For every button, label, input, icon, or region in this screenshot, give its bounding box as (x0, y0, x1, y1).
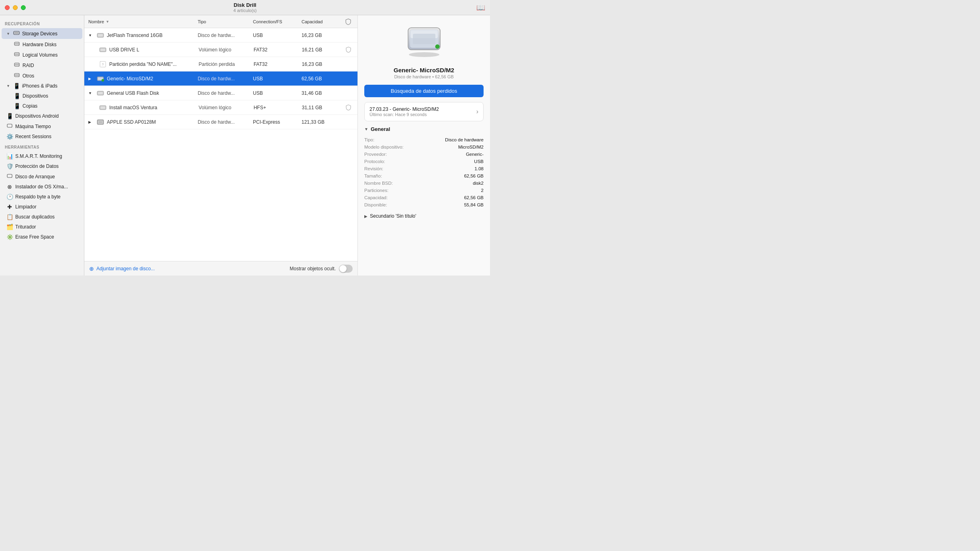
sidebar-item-logical-volumes[interactable]: Logical Volumes (2, 50, 82, 60)
sidebar-item-erase-free-space[interactable]: ✳️ Erase Free Space (2, 232, 82, 242)
row-conn-jetflash: USB (249, 33, 298, 38)
info-row-disponible: Disponible: 55,84 GB (364, 201, 484, 208)
table-row[interactable]: ▶ APPLE SSD AP0128M Disco de hardw... PC… (84, 115, 357, 129)
instalador-icon: ⊗ (6, 184, 13, 190)
duplicados-icon: 📋 (6, 214, 13, 220)
table-row[interactable]: ? Partición perdida "NO NAME"... Partici… (84, 57, 357, 71)
android-icon: 📱 (6, 113, 13, 119)
sidebar-item-maquina-tiempo[interactable]: Máquina Tiempo (2, 121, 82, 131)
raid-icon (14, 62, 20, 69)
col-nombre[interactable]: Nombre ▼ (84, 19, 194, 24)
col-tipo[interactable]: Tipo (194, 19, 249, 24)
sidebar-item-recent-sessions[interactable]: ⚙️ Recent Sessions (2, 132, 82, 141)
logical-volumes-icon (14, 51, 20, 58)
info-value: 2 (481, 188, 484, 193)
info-row-capacidad: Capacidad: 62,56 GB (364, 194, 484, 201)
sidebar-item-instalador-os[interactable]: ⊗ Instalador de OS X/ma... (2, 182, 82, 192)
row-name-install-macos: Install macOS Ventura (84, 104, 195, 112)
row-tipo-usb-drive-l: Volúmen lógico (195, 47, 250, 53)
session-time: Último scan: Hace 9 seconds (370, 112, 439, 117)
col-shield (339, 18, 357, 25)
expand-collapsed-icon[interactable]: ▶ (88, 120, 94, 124)
sidebar-item-copias[interactable]: 📱 Copias (2, 101, 82, 111)
info-value: Generic- (466, 152, 484, 157)
col-connection[interactable]: Connection/FS (249, 19, 298, 24)
svg-rect-10 (7, 124, 12, 127)
smart-icon: 📊 (6, 153, 13, 159)
add-image-button[interactable]: ⊕ Adjuntar imagen de disco... (89, 265, 155, 272)
sidebar: Recuperación ▼ Storage Devices Hardware … (0, 15, 84, 276)
usb-drive-icon (99, 46, 107, 54)
row-tipo-apple-ssd: Disco de hardw... (194, 119, 249, 125)
info-label: Protocolo: (364, 159, 385, 164)
table-row[interactable]: USB DRIVE L Volúmen lógico FAT32 16,21 G… (84, 43, 357, 57)
content-area: Nombre ▼ Tipo Connection/FS Capacidad ▼ (84, 15, 357, 276)
book-icon[interactable]: 📖 (476, 3, 485, 12)
sidebar-item-label: S.M.A.R.T. Monitoring (15, 153, 62, 159)
sidebar-item-otros[interactable]: Otros (2, 71, 82, 81)
col-capacidad[interactable]: Capacidad (298, 19, 339, 24)
erase-icon: ✳️ (6, 234, 13, 240)
sidebar-item-raid[interactable]: RAID (2, 60, 82, 70)
right-panel: Generic- MicroSD/M2 Disco de hardware • … (357, 15, 490, 276)
sidebar-item-proteccion-datos[interactable]: 🛡️ Protección de Datos (2, 161, 82, 171)
sidebar-item-hardware-disks[interactable]: Hardware Disks (2, 39, 82, 49)
hidden-objects-toggle[interactable] (339, 265, 353, 273)
minimize-button[interactable] (13, 5, 18, 10)
toggle-knob (339, 265, 347, 272)
sidebar-item-smart-monitoring[interactable]: 📊 S.M.A.R.T. Monitoring (2, 151, 82, 161)
maximize-button[interactable] (21, 5, 26, 10)
expand-icon[interactable]: ▼ (88, 33, 94, 37)
sidebar-item-iphones-ipads[interactable]: ▼ 📱 iPhones & iPads (2, 81, 82, 91)
limpiador-icon: ✚ (6, 204, 13, 210)
svg-rect-11 (7, 174, 12, 178)
sidebar-item-dispositivos[interactable]: 📱 Dispositivos (2, 91, 82, 101)
info-label: Capacidad: (364, 195, 388, 200)
recent-sessions-icon: ⚙️ (6, 133, 13, 140)
row-tipo-particion: Partición perdida (195, 61, 250, 67)
dispositivos-icon: 📱 (14, 93, 20, 99)
general-section-header[interactable]: ▼ General (364, 126, 484, 132)
info-label: Tipo: (364, 137, 374, 142)
sidebar-item-label: Hardware Disks (22, 42, 57, 47)
sidebar-item-storage-devices[interactable]: ▼ Storage Devices (2, 28, 82, 39)
search-lost-data-button[interactable]: Búsqueda de datos perdidos (364, 85, 484, 97)
sidebar-item-disco-arranque[interactable]: Disco de Arranque (2, 171, 82, 182)
svg-rect-22 (98, 92, 103, 94)
svg-point-33 (409, 52, 439, 57)
general-label: General (371, 126, 390, 132)
main-layout: Recuperación ▼ Storage Devices Hardware … (0, 15, 490, 276)
info-label: Tamaño: (364, 173, 382, 178)
sidebar-item-label: Disco de Arranque (15, 174, 55, 180)
sidebar-item-buscar-duplicados[interactable]: 📋 Buscar duplicados (2, 212, 82, 222)
row-name-particion: ? Partición perdida "NO NAME"... (84, 60, 195, 68)
sidebar-item-respaldo[interactable]: 🕐 Respaldo byte a byte (2, 192, 82, 202)
row-name-generic-microsd: ▶ Generic- MicroSD/M2 (84, 75, 194, 83)
table-row-generic-microsd[interactable]: ▶ Generic- MicroSD/M2 Disco de hardw... … (84, 71, 357, 86)
sidebar-item-label: Dispositivos Android (15, 113, 59, 119)
sidebar-item-triturador[interactable]: 🗂️ Triturador (2, 222, 82, 232)
table-row[interactable]: ▼ General USB Flash Disk Disco de hardw.… (84, 86, 357, 100)
sidebar-item-label: Storage Devices (22, 31, 57, 37)
row-conn-install-macos: HFS+ (249, 105, 298, 110)
sidebar-item-dispositivos-android[interactable]: 📱 Dispositivos Android (2, 111, 82, 121)
info-row-tamano: Tamaño: 62,56 GB (364, 172, 484, 180)
secondary-section-header[interactable]: ▶ Secundario 'Sin título' (364, 213, 484, 219)
row-cap-usb-drive-l: 16,21 GB (298, 47, 339, 53)
respaldo-icon: 🕐 (6, 194, 13, 200)
svg-rect-9 (15, 74, 19, 76)
expand-icon[interactable]: ▼ (88, 91, 94, 95)
info-row-tipo: Tipo: Disco de hardware (364, 136, 484, 143)
proteccion-icon: 🛡️ (6, 163, 13, 169)
info-label: Nombre BSD: (364, 181, 393, 186)
usb-drive-icon (96, 89, 104, 97)
session-card[interactable]: 27.03.23 - Generic- MicroSD/M2 Último sc… (364, 102, 484, 121)
table-row[interactable]: Install macOS Ventura Volúmen lógico HFS… (84, 100, 357, 115)
close-button[interactable] (5, 5, 10, 10)
sidebar-item-limpiador[interactable]: ✚ Limpiador (2, 202, 82, 212)
info-value: 62,56 GB (464, 195, 484, 200)
secondary-label: Secundario 'Sin título' (370, 213, 416, 219)
expand-collapsed-icon[interactable]: ▶ (88, 77, 94, 81)
bottom-bar: ⊕ Adjuntar imagen de disco... Mostrar ob… (84, 261, 357, 276)
table-row[interactable]: ▼ JetFlash Transcend 16GB Disco de hardw… (84, 28, 357, 43)
